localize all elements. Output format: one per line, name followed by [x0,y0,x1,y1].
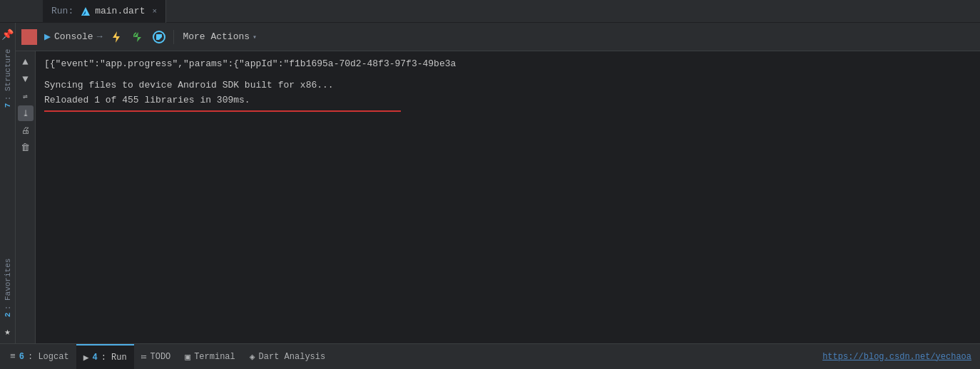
chevron-down-icon: ▾ [252,33,257,41]
tab-logcat[interactable]: ≡ 6 : Logcat [3,344,76,370]
dart-icon[interactable] [149,27,169,47]
tab-dart-analysis[interactable]: ◈ Dart Analysis [243,344,332,370]
main-area: 📌 7 : Structure 2 : Favorites ★ ▶ Co [0,23,980,343]
more-actions-label: More Actions [183,31,250,42]
logcat-icon: ≡ [10,351,16,362]
clear-button[interactable]: 🗑 [18,140,34,155]
favorites-label: : Favorites [4,259,12,311]
scroll-up-button[interactable]: ▲ [18,54,34,70]
bottom-link[interactable]: https://blog.csdn.net/yechaoa [822,352,977,362]
console-line-3: Reloaded 1 of 455 libraries in 309ms. [44,93,971,108]
flutter-icon [81,6,91,16]
logcat-label: : Logcat [28,352,69,362]
content-area: ▲ ▼ ⇌ ⤓ 🖨 🗑 [{"event":"app.progress","pa… [16,51,980,343]
run-tab[interactable]: Run: main.dart × [43,0,166,23]
console-text: Console [54,31,93,42]
console-icon: ▶ [44,30,51,43]
scroll-down-button[interactable]: ▼ [18,71,34,87]
terminal-label: Terminal [194,352,235,362]
console-separator [44,110,401,112]
favorites-number: 2 [4,312,12,317]
todo-label: TODO [150,352,171,362]
structure-number: 7 [4,103,12,108]
favorites-tab[interactable]: 2 : Favorites [1,253,14,323]
bottom-bar: ≡ 6 : Logcat ▶ 4 : Run ≔ TODO ▣ Terminal… [0,343,980,369]
console-output[interactable]: [{"event":"app.progress","params":{"appI… [36,51,980,343]
more-actions-button[interactable]: More Actions ▾ [178,29,261,44]
structure-label: : Structure [4,49,12,101]
todo-icon: ≔ [141,351,147,363]
hot-reload-icon[interactable] [128,27,148,47]
svg-rect-2 [26,33,33,41]
scroll-to-end-button[interactable]: ⤓ [18,105,34,121]
console-label: ▶ Console → [44,30,102,43]
svg-marker-3 [113,31,120,43]
side-action-bar: ▲ ▼ ⇌ ⤓ 🖨 🗑 [16,51,36,343]
tab-terminal[interactable]: ▣ Terminal [178,344,242,370]
lightning-icon[interactable] [106,27,126,47]
console-arrow: → [97,31,103,42]
dart-analysis-label: Dart Analysis [259,352,326,362]
logcat-number: 6 [19,352,24,362]
console-line-1: [{"event":"app.progress","params":{"appI… [44,57,971,71]
run-number: 4 [92,353,97,363]
pin-icon: 📌 [0,26,16,43]
tab-bar: Run: main.dart × [0,0,980,23]
structure-tab[interactable]: 7 : Structure [1,43,14,113]
tab-close-icon[interactable]: × [152,7,157,16]
tab-filename: main.dart [95,6,145,16]
run-icon: ▶ [83,352,89,363]
tab-run[interactable]: ▶ 4 : Run [76,344,134,370]
tool-panel: ▶ Console → [16,23,980,343]
tab-todo[interactable]: ≔ TODO [134,344,178,370]
toolbar: ▶ Console → [16,23,980,51]
star-icon[interactable]: ★ [1,323,13,341]
far-left-panel: 📌 7 : Structure 2 : Favorites ★ [0,23,16,343]
print-button[interactable]: 🖨 [18,123,34,138]
toolbar-separator [173,30,174,44]
stop-button[interactable] [21,29,37,45]
run-label: Run: [51,6,73,16]
soft-wrap-button[interactable]: ⇌ [18,88,34,104]
run-tab-label: : Run [101,353,127,363]
terminal-icon: ▣ [185,351,190,363]
dart-analysis-icon: ◈ [250,351,255,363]
console-line-2: Syncing files to device Android SDK buil… [44,78,971,93]
